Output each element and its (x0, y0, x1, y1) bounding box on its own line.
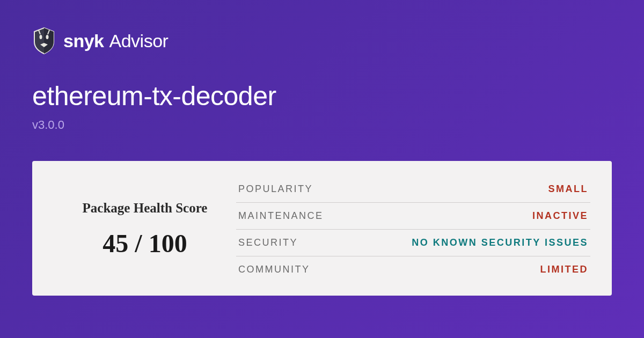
score-value: 45 / 100 (103, 229, 187, 258)
snyk-logo-icon (32, 27, 56, 55)
metric-value: NO KNOWN SECURITY ISSUES (412, 237, 588, 248)
metric-value: INACTIVE (532, 210, 588, 222)
brand-header: snyk Advisor (32, 27, 612, 55)
metric-row: MAINTENANCE INACTIVE (236, 203, 590, 230)
metric-label: COMMUNITY (238, 264, 310, 275)
brand-name: snyk (63, 31, 104, 52)
metric-label: POPULARITY (238, 183, 313, 195)
svg-point-0 (40, 35, 42, 39)
metric-label: MAINTENANCE (238, 210, 324, 222)
metric-row: COMMUNITY LIMITED (236, 256, 590, 283)
metric-value: SMALL (548, 183, 589, 195)
package-name: ethereum-tx-decoder (32, 80, 612, 112)
metric-row: SECURITY NO KNOWN SECURITY ISSUES (236, 230, 590, 256)
svg-point-1 (46, 35, 49, 39)
metrics-section: POPULARITY SMALL MAINTENANCE INACTIVE SE… (236, 176, 590, 283)
score-label: Package Health Score (83, 201, 208, 216)
metric-row: POPULARITY SMALL (236, 176, 590, 203)
metric-label: SECURITY (238, 237, 298, 248)
package-version: v3.0.0 (32, 118, 612, 132)
score-section: Package Health Score 45 / 100 (54, 176, 236, 283)
health-card: Package Health Score 45 / 100 POPULARITY… (32, 161, 612, 296)
brand-product: Advisor (109, 31, 169, 52)
metric-value: LIMITED (540, 264, 589, 275)
